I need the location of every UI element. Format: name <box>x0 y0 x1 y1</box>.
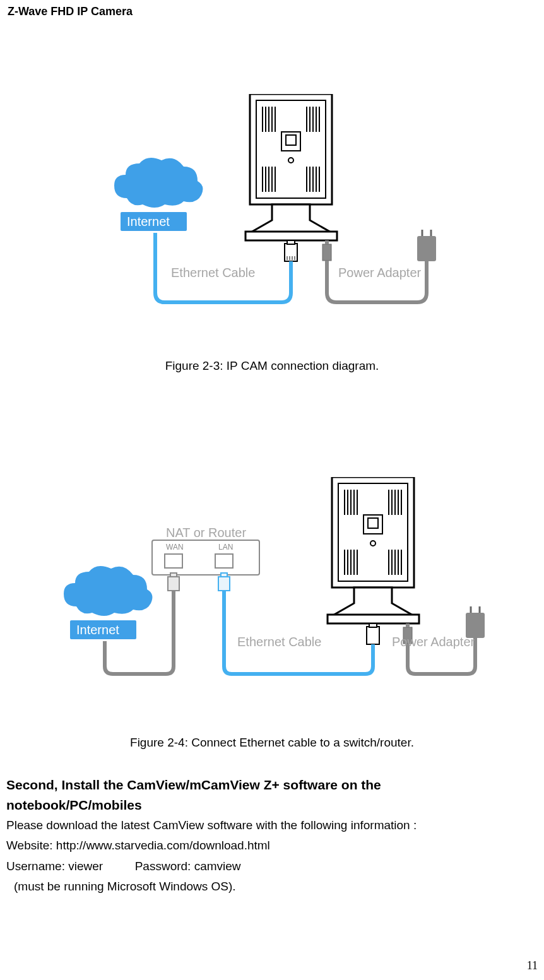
svg-rect-76 <box>466 613 485 638</box>
svg-rect-66 <box>215 554 233 568</box>
page-header: Z-Wave FHD IP Camera <box>6 0 538 18</box>
figure-2-caption: Figure 2-4: Connect Ethernet cable to a … <box>6 736 538 750</box>
internet-label: Internet <box>76 623 119 637</box>
svg-rect-63 <box>328 615 419 623</box>
ethernet-cable-label: Ethernet Cable <box>237 635 321 649</box>
svg-rect-70 <box>218 577 230 591</box>
internet-cloud-icon: Internet <box>64 566 152 639</box>
os-note: (must be running Microsoft Windows OS). <box>6 877 538 896</box>
page-number: 11 <box>527 959 538 972</box>
power-adapter-label: Power Adapter <box>338 266 422 280</box>
router-icon: NAT or Router WAN LAN <box>152 526 259 575</box>
figure-1-caption: Figure 2-3: IP CAM connection diagram. <box>6 359 538 373</box>
ethernet-cable-label: Ethernet Cable <box>171 266 255 280</box>
camera-device-icon <box>245 94 337 240</box>
section-heading: Second, Install the CamView/mCamView Z+ … <box>6 775 538 815</box>
svg-rect-34 <box>325 240 329 244</box>
svg-rect-28 <box>287 240 295 244</box>
svg-rect-33 <box>322 244 331 261</box>
svg-rect-68 <box>168 577 179 591</box>
svg-rect-71 <box>221 573 227 577</box>
svg-rect-25 <box>245 232 337 240</box>
power-adapter-icon: Power Adapter <box>322 230 436 302</box>
svg-rect-75 <box>406 623 410 627</box>
section-title-line2: notebook/PC/mobiles <box>6 798 142 812</box>
lan-label: LAN <box>218 543 233 552</box>
section-title-line1: Second, Install the CamView/mCamView Z+ … <box>6 777 381 792</box>
nat-router-label: NAT or Router <box>166 526 246 540</box>
figure-1-diagram: Internet Ethernet Cable Power Adapter <box>6 94 538 309</box>
camera-device-icon <box>328 477 419 623</box>
svg-rect-69 <box>170 573 177 577</box>
svg-rect-72 <box>367 627 379 644</box>
internet-cloud-icon: Internet <box>114 158 203 231</box>
wan-label: WAN <box>166 543 184 552</box>
svg-rect-35 <box>417 236 436 261</box>
username-text: Username: viewer <box>6 859 103 873</box>
power-adapter-label: Power Adapter <box>392 635 475 649</box>
figure-2-diagram: NAT or Router WAN LAN Internet Et <box>6 477 538 679</box>
website-line: Website: http://www.starvedia.com/downlo… <box>6 836 538 855</box>
download-instruction: Please download the latest CamView softw… <box>6 816 538 835</box>
credentials-line: Username: viewer Password: camview <box>6 857 538 876</box>
password-text: Password: camview <box>135 859 241 873</box>
internet-label: Internet <box>127 215 170 228</box>
ethernet-cable-icon: Ethernet Cable <box>155 233 297 302</box>
svg-rect-73 <box>369 623 377 627</box>
svg-rect-65 <box>165 554 182 568</box>
svg-rect-27 <box>285 244 297 261</box>
